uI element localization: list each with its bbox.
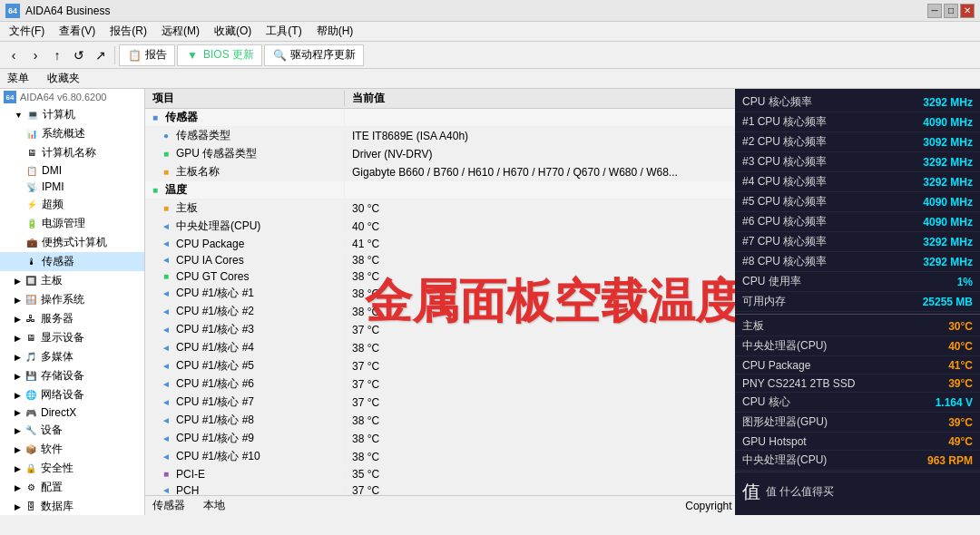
menu-favorites[interactable]: 收藏(O) bbox=[209, 22, 257, 41]
cell-value: 37 °C bbox=[345, 395, 735, 410]
sidebar-item-security[interactable]: ▶ 🔒 安全性 bbox=[0, 459, 144, 478]
rp-label-4: #4 CPU 核心频率 bbox=[742, 174, 827, 190]
maximize-button[interactable]: □ bbox=[944, 4, 958, 18]
right-row: #6 CPU 核心频率 4090 MHz bbox=[735, 212, 980, 232]
rp-value-7: 3292 MHz bbox=[923, 236, 973, 248]
sidebar-item-directx[interactable]: ▶ 🎮 DirectX bbox=[0, 404, 144, 421]
cell-item: ◄ CPU #1/核心 #1 bbox=[145, 285, 345, 302]
expand-server-icon: ▶ bbox=[15, 315, 21, 324]
table-row: ◄ CPU #1/核心 #2 38 °C bbox=[145, 303, 735, 321]
sidebar-item-overclock[interactable]: ⚡ 超频 bbox=[0, 195, 144, 214]
sidebar-item-config[interactable]: ▶ ⚙ 配置 bbox=[0, 478, 144, 497]
table-row: ◄ CPU IA Cores 38 °C bbox=[145, 252, 735, 268]
section-sensor-icon: ■ bbox=[149, 112, 162, 124]
sidebar-ipmi-label: IPMI bbox=[42, 180, 64, 193]
sidebar-item-portable[interactable]: 💼 便携式计算机 bbox=[0, 233, 144, 252]
devices-icon: 🔧 bbox=[24, 424, 37, 437]
cell-item: ◄ CPU #1/核心 #5 bbox=[145, 357, 345, 374]
table-row: ■ 传感器 bbox=[145, 109, 735, 127]
sidebar-sensors-label: 传感器 bbox=[42, 254, 74, 269]
bios-update-button[interactable]: ▼ BIOS 更新 bbox=[177, 44, 262, 66]
gpu-sensor-icon: ■ bbox=[160, 148, 172, 160]
table-body: ■ 传感器 ● 传感器类型 ITE IT8689E (ISA A40h) ■ G… bbox=[145, 109, 735, 515]
report-button[interactable]: 📋 报告 bbox=[119, 44, 175, 66]
computer-icon: 💻 bbox=[26, 109, 39, 122]
cell-item: ● 传感器类型 bbox=[145, 127, 345, 144]
rp-label-5: #5 CPU 核心频率 bbox=[742, 194, 827, 209]
right-row: 中央处理器(CPU) 40°C bbox=[735, 336, 980, 356]
menu-remote[interactable]: 远程(M) bbox=[156, 22, 205, 41]
sidebar-item-software[interactable]: ▶ 📦 软件 bbox=[0, 440, 144, 459]
sidebar-item-power[interactable]: 🔋 电源管理 bbox=[0, 214, 144, 233]
sidebar-devices-label: 设备 bbox=[41, 423, 63, 438]
table-row: ■ GPU 传感器类型 Driver (NV-DRV) bbox=[145, 145, 735, 163]
status-bar: 传感器 本地 Copyright (c) 1995-2022 FinalWire… bbox=[145, 495, 735, 515]
pcname-icon: 🖥 bbox=[25, 147, 38, 160]
sidebar-item-network[interactable]: ▶ 🌐 网络设备 bbox=[0, 385, 144, 404]
sidebar-item-motherboard[interactable]: ▶ 🔲 主板 bbox=[0, 271, 144, 290]
cell-value: 35 °C bbox=[345, 467, 735, 482]
cell-item: ◄ CPU #1/核心 #8 bbox=[145, 412, 345, 429]
rp-label-17: GPU Hotspot bbox=[742, 435, 807, 448]
sidebar-item-server[interactable]: ▶ 🖧 服务器 bbox=[0, 309, 144, 328]
menu-tools[interactable]: 工具(T) bbox=[260, 22, 307, 41]
sidebar-item-overview[interactable]: 📊 系统概述 bbox=[0, 124, 144, 143]
menu-file[interactable]: 文件(F) bbox=[4, 22, 50, 41]
sidebar-item-computer-name[interactable]: 🖥 计算机名称 bbox=[0, 143, 144, 162]
nav-export-button[interactable]: ↗ bbox=[91, 45, 111, 65]
sidebar-item-devices[interactable]: ▶ 🔧 设备 bbox=[0, 421, 144, 440]
rp-value-1: 4090 MHz bbox=[923, 116, 973, 129]
menu-view[interactable]: 查看(V) bbox=[54, 22, 101, 41]
close-button[interactable]: ✕ bbox=[960, 4, 975, 18]
cpu-ia-icon: ◄ bbox=[160, 254, 172, 267]
cell-value: 37 °C bbox=[345, 377, 735, 392]
sidebar-sec-label: 安全性 bbox=[41, 461, 74, 476]
cell-value: ITE IT8689E (ISA A40h) bbox=[345, 129, 735, 143]
sidebar-item-ipmi[interactable]: 📡 IPMI bbox=[0, 179, 144, 195]
cell-item: ◄ 中央处理器(CPU) bbox=[145, 218, 345, 235]
core2-icon: ◄ bbox=[160, 306, 172, 318]
cpu-gt-icon: ■ bbox=[160, 270, 172, 283]
cell-value: 37 °C bbox=[345, 359, 735, 374]
expand-sec-icon: ▶ bbox=[15, 464, 21, 473]
rp-value-11: 30°C bbox=[948, 320, 973, 333]
core9-icon: ◄ bbox=[160, 433, 172, 445]
right-row: 主板 30°C bbox=[735, 316, 980, 336]
mainboard-temp-icon: ■ bbox=[160, 202, 172, 215]
rp-value-8: 3292 MHz bbox=[923, 256, 973, 268]
sidebar-item-computer[interactable]: ▼ 💻 计算机 bbox=[0, 105, 144, 124]
nav-refresh-button[interactable]: ↺ bbox=[69, 45, 89, 65]
report-icon: 📋 bbox=[127, 48, 142, 63]
nav-forward-button[interactable]: › bbox=[25, 45, 45, 65]
minimize-button[interactable]: ─ bbox=[927, 4, 942, 18]
sidebar-item-dmi[interactable]: 📋 DMI bbox=[0, 162, 144, 179]
driver-update-button[interactable]: 🔍 驱动程序更新 bbox=[264, 44, 364, 66]
cell-value: Driver (NV-DRV) bbox=[345, 147, 735, 161]
driver-label: 驱动程序更新 bbox=[290, 47, 356, 63]
cell-value: 38 °C bbox=[345, 253, 735, 268]
expand-storage-icon: ▶ bbox=[15, 372, 21, 381]
menu-help[interactable]: 帮助(H) bbox=[311, 22, 359, 41]
rp-label-13: CPU Package bbox=[742, 359, 810, 372]
sidebar-item-multimedia[interactable]: ▶ 🎵 多媒体 bbox=[0, 347, 144, 366]
cell-item: ◄ CPU #1/核心 #7 bbox=[145, 394, 345, 411]
table-header: 项目 当前值 bbox=[145, 89, 735, 109]
rp-value-14: 39°C bbox=[948, 377, 973, 390]
table-row: ◄ CPU #1/核心 #3 37 °C bbox=[145, 321, 735, 339]
rp-value-6: 4090 MHz bbox=[923, 216, 973, 229]
menu-report[interactable]: 报告(R) bbox=[104, 22, 152, 41]
nav-back-button[interactable]: ‹ bbox=[4, 45, 24, 65]
table-row: ◄ CPU Package 41 °C bbox=[145, 236, 735, 252]
sidebar-item-display[interactable]: ▶ 🖥 显示设备 bbox=[0, 328, 144, 347]
nav-up-button[interactable]: ↑ bbox=[47, 45, 67, 65]
cell-value bbox=[345, 190, 735, 191]
sidebar-item-database[interactable]: ▶ 🗄 数据库 bbox=[0, 497, 144, 515]
menu-label: 菜单 bbox=[7, 71, 29, 86]
table-row: ◄ CPU #1/核心 #9 38 °C bbox=[145, 430, 735, 448]
sidebar-item-storage[interactable]: ▶ 💾 存储设备 bbox=[0, 366, 144, 385]
cell-value: 38 °C bbox=[345, 413, 735, 428]
app-version-icon: 64 bbox=[4, 91, 16, 103]
sidebar-item-sensors[interactable]: 🌡 传感器 bbox=[0, 252, 144, 271]
right-row: 中央处理器(CPU) 963 RPM bbox=[735, 451, 980, 471]
sidebar-item-os[interactable]: ▶ 🪟 操作系统 bbox=[0, 290, 144, 309]
